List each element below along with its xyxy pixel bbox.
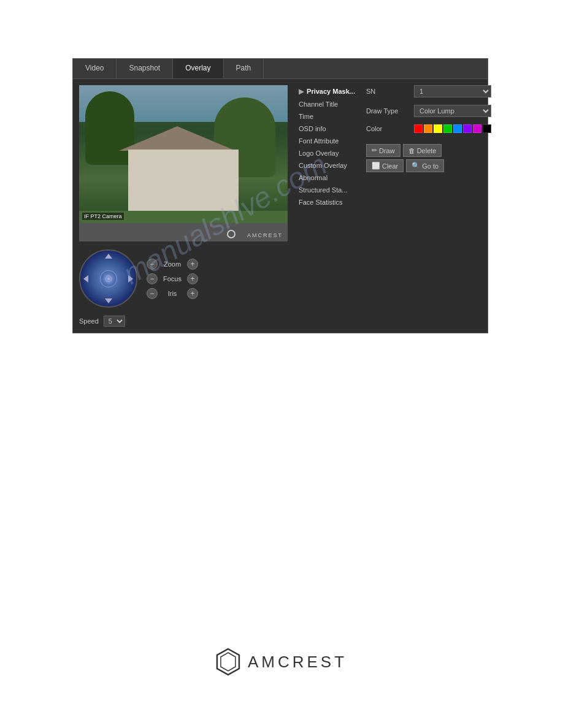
sn-label: SN (366, 88, 409, 95)
ptz-sliders: − Zoom + − Focus + − Iris + (147, 259, 198, 299)
delete-button[interactable]: 🗑 Delete (403, 144, 442, 157)
color-swatch-orange[interactable] (424, 124, 432, 133)
house-roof (119, 126, 236, 151)
speed-select[interactable]: 5 1 2 3 4 (104, 316, 125, 327)
color-swatch-yellow[interactable] (434, 124, 442, 133)
video-preview: IF PT2 Camera AMCREST (79, 85, 288, 241)
draw-type-label: Draw Type (366, 107, 409, 115)
color-label: Color (366, 125, 409, 132)
footer-brand-text: AMCREST (248, 653, 347, 672)
sidebar-item-osd-info[interactable]: OSD info (294, 123, 360, 135)
ptz-area: − Zoom + − Focus + − Iris + (79, 246, 288, 311)
ptz-down-arrow[interactable] (105, 298, 112, 303)
sidebar-item-structured-sta[interactable]: Structured Sta... (294, 184, 360, 196)
house-area (128, 150, 239, 211)
color-swatch-green[interactable] (443, 124, 452, 133)
color-swatch-purple[interactable] (463, 124, 472, 133)
sidebar-item-time[interactable]: Time (294, 110, 360, 123)
draw-label: Draw (379, 147, 395, 154)
sidebar-item-face-statistics[interactable]: Face Statistics (294, 196, 360, 208)
ptz-focus-plus[interactable]: + (187, 273, 198, 284)
ptz-iris-label: Iris (161, 290, 184, 297)
ptz-zoom-plus[interactable]: + (187, 259, 198, 270)
left-column: IF PT2 Camera AMCREST (79, 85, 288, 327)
ptz-focus-minus[interactable]: − (147, 273, 158, 284)
color-row: Color (366, 124, 491, 133)
sn-row: SN 1 2 3 (366, 85, 491, 97)
delete-label: Delete (417, 147, 437, 154)
sidebar-item-privacy-mask[interactable]: ▶ Privacy Mask... (294, 85, 360, 98)
clear-icon: ⬜ (372, 162, 380, 170)
action-buttons: ✏ Draw 🗑 Delete ⬜ Clear (366, 144, 491, 172)
svg-marker-3 (221, 653, 236, 671)
action-row-2: ⬜ Clear 🔍 Go to (366, 159, 491, 172)
goto-button[interactable]: 🔍 Go to (406, 159, 444, 172)
sidebar-privacy-mask-label: Privacy Mask... (307, 88, 355, 95)
draw-type-row: Draw Type Color Lump (366, 105, 491, 117)
ptz-left-arrow[interactable] (83, 275, 88, 282)
camera-label: IF PT2 Camera (82, 213, 124, 220)
ptz-iris-plus[interactable]: + (187, 288, 198, 299)
sidebar-item-abnormal[interactable]: Abnormal (294, 172, 360, 184)
goto-label: Go to (422, 162, 439, 170)
ptz-iris-minus[interactable]: − (147, 288, 158, 299)
ptz-right-arrow[interactable] (128, 275, 133, 282)
tab-video[interactable]: Video (73, 59, 117, 78)
action-row-1: ✏ Draw 🗑 Delete (366, 144, 491, 157)
content-area: IF PT2 Camera AMCREST (73, 79, 488, 333)
settings-panel: SN 1 2 3 Draw Type Color Lump Co (366, 85, 491, 327)
ptz-zoom-label: Zoom (161, 260, 184, 268)
ptz-zoom-minus[interactable]: − (147, 259, 158, 270)
sidebar-item-custom-overlay[interactable]: Custom Overlay (294, 159, 360, 172)
ptz-up-arrow[interactable] (105, 254, 112, 259)
ptz-iris-row: − Iris + (147, 288, 198, 299)
clear-label: Clear (382, 162, 398, 170)
sidebar-item-logo-overlay[interactable]: Logo Overlay (294, 147, 360, 159)
sidebar-item-channel-title[interactable]: Channel Title (294, 98, 360, 110)
draw-button[interactable]: ✏ Draw (366, 144, 400, 157)
color-swatch-magenta[interactable] (473, 124, 481, 133)
ptz-wheel[interactable] (79, 249, 137, 308)
main-panel: Video Snapshot Overlay Path (72, 58, 488, 333)
speed-label: Speed (79, 317, 99, 325)
clear-button[interactable]: ⬜ Clear (366, 159, 404, 172)
ptz-center-button[interactable] (100, 270, 117, 287)
sn-select[interactable]: 1 2 3 (414, 85, 491, 97)
color-swatches (414, 124, 491, 133)
speed-row: Speed 5 1 2 3 4 (79, 316, 288, 327)
brand-icon (227, 230, 236, 238)
draw-type-select[interactable]: Color Lump (414, 105, 491, 117)
tab-bar: Video Snapshot Overlay Path (73, 59, 488, 79)
tab-snapshot[interactable]: Snapshot (117, 59, 173, 78)
goto-icon: 🔍 (412, 162, 420, 170)
color-swatch-black[interactable] (483, 124, 491, 133)
sidebar-item-font-attribute[interactable]: Font Attribute (294, 135, 360, 147)
color-swatch-blue[interactable] (453, 124, 462, 133)
draw-icon: ✏ (372, 146, 377, 154)
arrow-icon: ▶ (299, 88, 304, 95)
delete-icon: 🗑 (408, 147, 415, 154)
footer-hex-icon (216, 648, 240, 676)
footer-logo: AMCREST (216, 648, 347, 676)
page-wrapper: Video Snapshot Overlay Path (0, 0, 563, 728)
color-swatch-red[interactable] (414, 124, 423, 133)
tab-overlay[interactable]: Overlay (173, 59, 223, 78)
ptz-focus-row: − Focus + (147, 273, 198, 284)
brand-label: AMCREST (247, 232, 283, 238)
svg-point-1 (107, 278, 110, 280)
ptz-zoom-row: − Zoom + (147, 259, 198, 270)
ptz-focus-label: Focus (161, 275, 184, 282)
tab-path[interactable]: Path (224, 59, 264, 78)
sidebar-menu: ▶ Privacy Mask... Channel Title Time OSD… (294, 85, 360, 327)
